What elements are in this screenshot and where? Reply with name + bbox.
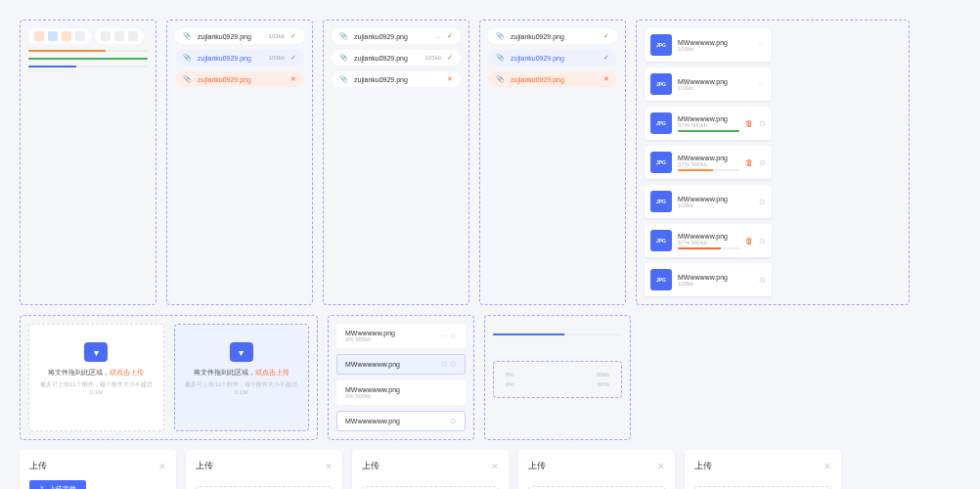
attach-icon: 📎: [339, 32, 348, 40]
toolbar-a: [28, 28, 91, 44]
delete-icon[interactable]: 🗑: [745, 119, 753, 128]
attach-icon: 📎: [496, 54, 505, 62]
thumb-card[interactable]: JPGMWwwwww.png57% 500kb🗑⊙: [645, 224, 772, 257]
file-pill[interactable]: 📎zujianku0929.png103kb✓: [175, 28, 304, 44]
card-title: 上传: [29, 460, 47, 472]
file-pill[interactable]: 📎zujianku0929.png103kb✓: [332, 50, 461, 66]
cloud-icon: [84, 342, 108, 362]
check-icon: ✓: [290, 32, 296, 40]
close-icon[interactable]: ✕: [657, 462, 665, 471]
upload-panel: 上传✕ 将文件拖到此区域，或点击上传最多可上传11个附件，每个附件大小不超过0.…: [685, 450, 841, 489]
close-icon[interactable]: ✕: [447, 75, 453, 83]
delete-icon[interactable]: 🗑: [745, 158, 753, 167]
attach-icon: 📎: [183, 75, 192, 83]
toolbar-b: [95, 28, 144, 44]
file-pill[interactable]: 📎zujianku0929.png✕: [488, 71, 617, 87]
file-row[interactable]: MWwwwwww.png0% 500kb: [336, 380, 466, 405]
upload-card: 上传✕ ⇧上传文件: [20, 450, 176, 489]
file-pill[interactable]: 📎zujianku0929.png✕: [175, 71, 304, 87]
attach-icon: 📎: [339, 75, 348, 83]
upload-panel: 上传✕ 将文件拖到此区域，或点击上传最多可上传11个附件，每个附件大小不超过0.…: [352, 450, 509, 489]
upload-button[interactable]: ⇧上传文件: [29, 480, 86, 489]
file-pill[interactable]: 📎zujianku0929.png✕: [332, 71, 461, 87]
close-icon[interactable]: ✕: [491, 462, 499, 471]
close-icon[interactable]: ✕: [290, 75, 296, 83]
upload-panel: 上传✕ 将文件拖到此区域，或点击上传最多可上传11个附件，每个附件大小不超过0.…: [518, 450, 675, 489]
close-icon[interactable]: ✕: [325, 462, 333, 471]
thumb-card[interactable]: JPGMWwwwww.png100kb⊙: [645, 185, 772, 218]
file-pill[interactable]: 📎zujianku0929.png✓: [488, 28, 617, 44]
thumb-card[interactable]: JPGMWwwwww.png100kb⋯: [645, 28, 772, 62]
file-row[interactable]: MWwwwwww.png⊙ ⊙: [336, 354, 466, 375]
thumb-card[interactable]: JPGMWwwwww.png57% 500kb🗑⊙: [645, 146, 772, 179]
attach-icon: 📎: [183, 54, 192, 62]
file-row[interactable]: MWwwwwww.png⊙: [336, 411, 466, 431]
check-icon: ✓: [290, 54, 296, 62]
close-icon[interactable]: ✕: [158, 462, 166, 471]
delete-icon[interactable]: 🗑: [745, 237, 753, 245]
dropzone-active[interactable]: 将文件拖到此区域，或点击上传最多可上传11个附件，每个附件大小不超过0.1M: [174, 324, 310, 431]
attach-icon: 📎: [339, 54, 348, 62]
file-pill[interactable]: 📎zujianku0929.png103kb✓: [175, 50, 304, 66]
attach-icon: 📎: [496, 32, 505, 40]
file-row[interactable]: MWwwwww.png0% 500kb⋯ ⊙: [336, 324, 466, 348]
cloud-icon: [230, 342, 253, 362]
file-pill[interactable]: 📎zujianku0929.png✓: [488, 50, 617, 66]
file-pill[interactable]: 📎zujianku0929.png⋯✓: [332, 28, 461, 44]
thumb-card[interactable]: JPGMWwwwww.png100kb⋯: [645, 67, 772, 101]
close-icon[interactable]: ✕: [603, 75, 609, 83]
dropzone[interactable]: 将文件拖到此区域，或点击上传最多可上传11个附件，每个附件大小不超过0.1M: [28, 324, 164, 431]
thumb-card[interactable]: JPGMWwwwww.png57% 500kb🗑⊙: [645, 107, 772, 140]
upload-icon: ⇧: [39, 485, 45, 489]
attach-icon: 📎: [183, 32, 192, 40]
close-icon[interactable]: ✕: [824, 462, 831, 471]
attach-icon: 📎: [496, 75, 505, 83]
upload-panel: 上传✕ 将文件拖到此区域，或点击上传最多可上传11个附件，每个附件大小不超过0.…: [186, 450, 342, 489]
thumb-card[interactable]: JPGMWwwwww.png100kb⊙: [645, 263, 772, 296]
